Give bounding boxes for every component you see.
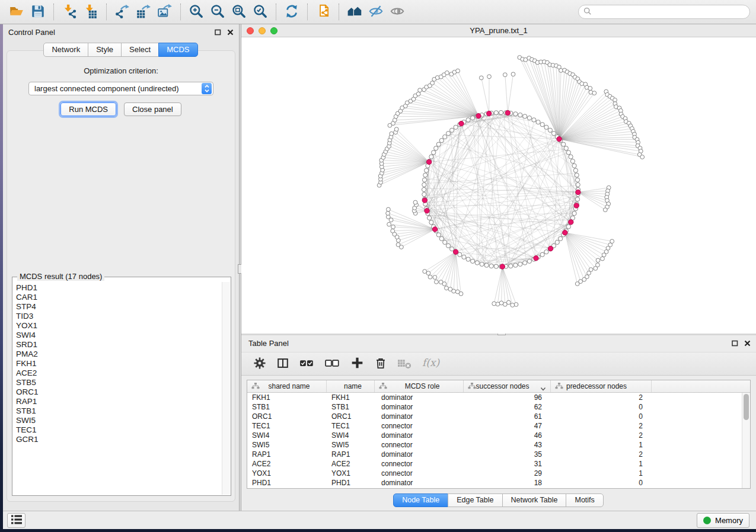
network-node[interactable] xyxy=(434,146,438,150)
network-node[interactable] xyxy=(448,287,452,291)
network-node[interactable] xyxy=(455,290,460,294)
close-table-panel-button[interactable] xyxy=(744,340,751,347)
network-node[interactable] xyxy=(422,178,426,182)
network-node[interactable] xyxy=(422,182,426,187)
network-graph[interactable] xyxy=(241,37,756,334)
network-hub-node[interactable] xyxy=(505,110,510,115)
network-node[interactable] xyxy=(422,187,426,191)
network-node[interactable] xyxy=(562,142,566,146)
network-node[interactable] xyxy=(587,271,591,275)
mcds-result-item[interactable]: PMA2 xyxy=(16,350,222,359)
column-header-mcds-role[interactable]: MCDS role xyxy=(375,380,464,392)
float-table-panel-button[interactable] xyxy=(732,340,738,347)
network-node[interactable] xyxy=(548,128,552,132)
close-panel-button-mcds[interactable]: Close panel xyxy=(124,102,181,116)
network-node[interactable] xyxy=(509,264,513,268)
mcds-list-scrollbar[interactable] xyxy=(222,282,230,495)
column-header-name[interactable]: name xyxy=(327,380,375,392)
table-tab-motifs[interactable]: Motifs xyxy=(566,493,603,507)
network-node[interactable] xyxy=(456,69,460,73)
network-node[interactable] xyxy=(572,164,576,168)
network-node[interactable] xyxy=(454,125,458,129)
network-node[interactable] xyxy=(423,270,427,274)
mcds-result-item[interactable]: STB5 xyxy=(16,378,222,387)
network-node[interactable] xyxy=(489,264,493,268)
select-all-checkboxes-button[interactable] xyxy=(299,355,315,373)
delete-column-button[interactable] xyxy=(374,357,387,371)
import-network-button[interactable] xyxy=(59,2,80,22)
network-node[interactable] xyxy=(466,257,470,261)
network-canvas[interactable] xyxy=(241,37,756,334)
network-node[interactable] xyxy=(425,168,429,172)
network-node[interactable] xyxy=(436,233,441,237)
network-node[interactable] xyxy=(435,280,439,284)
network-node[interactable] xyxy=(588,86,592,91)
mcds-result-item[interactable]: STP4 xyxy=(16,302,222,312)
tab-select[interactable]: Select xyxy=(121,43,159,57)
network-node[interactable] xyxy=(387,222,391,226)
column-header-successor-nodes[interactable]: successor nodes xyxy=(464,380,551,392)
network-hub-node[interactable] xyxy=(487,111,492,116)
export-table-button[interactable] xyxy=(133,2,154,22)
network-node[interactable] xyxy=(416,92,420,96)
table-scrollbar[interactable] xyxy=(742,393,750,488)
network-hub-node[interactable] xyxy=(548,246,553,251)
network-node[interactable] xyxy=(575,173,579,177)
network-node[interactable] xyxy=(555,240,559,244)
network-node[interactable] xyxy=(494,264,498,268)
mcds-result-item[interactable]: GCR1 xyxy=(16,435,222,444)
network-node[interactable] xyxy=(594,267,598,271)
network-node[interactable] xyxy=(439,280,443,284)
network-node[interactable] xyxy=(439,236,444,241)
network-hub-node[interactable] xyxy=(534,256,538,261)
network-hub-node[interactable] xyxy=(500,264,505,269)
mcds-result-item[interactable]: SRD1 xyxy=(16,340,222,350)
network-node[interactable] xyxy=(446,243,450,248)
network-node[interactable] xyxy=(387,207,391,211)
zoom-selected-button[interactable] xyxy=(250,2,271,22)
table-row[interactable]: TEC1TEC1connector472 xyxy=(247,421,750,431)
hide-selected-button[interactable] xyxy=(365,2,387,22)
search-input[interactable] xyxy=(595,8,745,17)
network-node[interactable] xyxy=(575,282,579,286)
network-node[interactable] xyxy=(518,262,522,266)
network-hub-node[interactable] xyxy=(426,159,431,164)
save-session-button[interactable] xyxy=(27,2,49,22)
first-neighbors-button[interactable] xyxy=(344,2,365,22)
table-row[interactable]: STB1STB1dominator620 xyxy=(247,402,750,412)
table-scrollbar-thumb[interactable] xyxy=(744,394,749,420)
network-node[interactable] xyxy=(572,211,576,216)
network-node[interactable] xyxy=(513,112,518,116)
table-tab-node-table[interactable]: Node Table xyxy=(393,493,448,507)
network-node[interactable] xyxy=(439,139,444,143)
network-node[interactable] xyxy=(544,250,548,254)
network-node[interactable] xyxy=(433,275,437,280)
network-hub-node[interactable] xyxy=(476,114,481,118)
network-node[interactable] xyxy=(503,73,507,77)
network-node[interactable] xyxy=(391,225,395,229)
network-node[interactable] xyxy=(390,132,394,136)
network-node[interactable] xyxy=(518,113,522,117)
table-row[interactable]: SWI4SWI4dominator462 xyxy=(247,431,750,440)
network-node[interactable] xyxy=(496,302,500,306)
network-node[interactable] xyxy=(573,168,578,172)
network-node[interactable] xyxy=(443,134,447,139)
network-node[interactable] xyxy=(559,236,563,241)
network-hub-node[interactable] xyxy=(432,227,437,232)
mcds-result-item[interactable]: SWI4 xyxy=(16,331,222,340)
deselect-all-checkboxes-button[interactable] xyxy=(325,355,340,373)
mcds-result-item[interactable]: CAR1 xyxy=(16,293,222,302)
mcds-result-item[interactable]: SWI5 xyxy=(16,416,222,425)
table-row[interactable]: RAP1RAP1dominator352 xyxy=(247,450,750,459)
network-node[interactable] xyxy=(462,255,466,259)
network-hub-node[interactable] xyxy=(574,203,579,208)
table-row[interactable]: YOX1YOX1connector291 xyxy=(247,469,750,478)
network-node[interactable] xyxy=(436,142,441,146)
network-node[interactable] xyxy=(540,123,544,127)
table-row[interactable]: SWI5SWI5connector431 xyxy=(247,440,750,450)
zoom-fit-button[interactable] xyxy=(228,2,250,22)
network-node[interactable] xyxy=(544,125,548,129)
network-node[interactable] xyxy=(566,225,570,229)
network-node[interactable] xyxy=(471,116,475,120)
network-node[interactable] xyxy=(523,261,527,265)
